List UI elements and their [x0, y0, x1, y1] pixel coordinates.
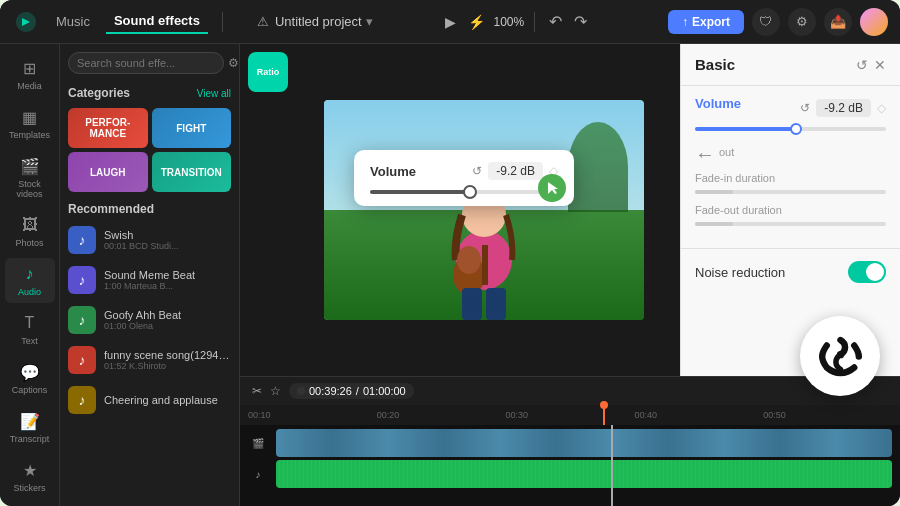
logo-icon	[12, 8, 40, 36]
center-content: Ratio	[240, 44, 900, 506]
transcript-label: Transcript	[10, 434, 50, 444]
list-item[interactable]: ♪ Goofy Ahh Beat 01:00 Olena	[60, 300, 239, 340]
audio-track-icon: ♪	[248, 464, 268, 484]
svg-point-5	[457, 246, 481, 274]
sound-icon: ♪	[68, 346, 96, 374]
category-transition[interactable]: TRANSITION	[152, 152, 232, 192]
zoom-controls: ▶ ⚡ 100% ↶ ↷	[441, 10, 591, 33]
settings-icon[interactable]: ⚙	[788, 8, 816, 36]
text-label: Text	[21, 336, 38, 346]
sidebar-item-stock[interactable]: 🎬 Stock videos	[5, 150, 55, 205]
category-fight[interactable]: FIGHT	[152, 108, 232, 148]
sound-meta: 00:01 BCD Studi...	[104, 241, 231, 251]
main-area: ⊞ Media ▦ Templates 🎬 Stock videos 🖼 Pho…	[0, 44, 900, 506]
timeline-star-icon[interactable]: ☆	[270, 384, 281, 398]
noise-reduction-toggle[interactable]	[848, 261, 886, 283]
project-icon: ⚠	[257, 14, 269, 29]
panel-volume-slider[interactable]	[695, 127, 886, 131]
list-item[interactable]: ♪ Sound Meme Beat 1:00 Marteua B...	[60, 260, 239, 300]
time-mark: 00:20	[377, 410, 506, 420]
divider2	[534, 12, 535, 32]
tab-music[interactable]: Music	[48, 10, 98, 33]
video-track[interactable]	[276, 429, 892, 457]
view-all-link[interactable]: View all	[197, 88, 231, 99]
topbar: Music Sound effects ⚠ Untitled project ▾…	[0, 0, 900, 44]
panel-reset-icon[interactable]: ↺	[800, 101, 810, 115]
recommended-title: Recommended	[60, 196, 239, 220]
timeline-cut-icon[interactable]: ✂	[252, 384, 262, 398]
video-track-row: 🎬	[248, 429, 892, 457]
audio-wave	[276, 460, 892, 488]
user-avatar[interactable]	[860, 8, 888, 36]
sound-name: Goofy Ahh Beat	[104, 309, 231, 321]
play-button[interactable]: ▶	[441, 12, 460, 32]
panel-close-icon[interactable]: ✕	[874, 57, 886, 73]
svg-rect-6	[482, 245, 488, 285]
transcript-icon: 📝	[20, 411, 40, 431]
svg-rect-8	[486, 288, 506, 320]
svg-point-9	[836, 351, 843, 358]
volume-slider[interactable]	[370, 190, 558, 194]
sound-meta: 01:52 K.Shiroto	[104, 361, 231, 371]
categories-grid: PERFOR-MANCE FIGHT LAUGH TRANSITION	[60, 104, 239, 196]
export-button[interactable]: ↑ Export	[668, 10, 744, 34]
search-input[interactable]	[68, 52, 224, 74]
volume-slider-fill	[370, 190, 473, 194]
playhead[interactable]	[603, 405, 605, 425]
zoom-value: 100%	[493, 15, 524, 29]
categories-header: Categories View all	[60, 82, 239, 104]
category-performance[interactable]: PERFOR-MANCE	[68, 108, 148, 148]
audio-icon: ♪	[20, 264, 40, 284]
timeline-time: 00:39:26 / 01:00:00	[289, 383, 414, 399]
total-time: 01:00:00	[363, 385, 406, 397]
svg-rect-7	[462, 288, 482, 320]
sidebar-item-audio[interactable]: ♪ Audio	[5, 258, 55, 303]
redo-button[interactable]: ↷	[570, 10, 591, 33]
sidebar-item-photos[interactable]: 🖼 Photos	[5, 209, 55, 254]
topbar-center: ⚠ Untitled project ▾	[257, 14, 373, 29]
sound-meta: 1:00 Marteua B...	[104, 281, 231, 291]
time-mark: 00:40	[634, 410, 763, 420]
list-item[interactable]: ♪ funny scene song(1294533) 01:52 K.Shir…	[60, 340, 239, 380]
sound-info: Goofy Ahh Beat 01:00 Olena	[104, 309, 231, 331]
volume-popup-title: Volume	[370, 164, 416, 179]
panel-section-title: Volume	[695, 96, 741, 111]
captions-label: Captions	[12, 385, 48, 395]
timeline-scrubber[interactable]: 00:10 00:20 00:30 00:40 00:50	[240, 405, 900, 425]
volume-reset-icon[interactable]: ↺	[472, 164, 482, 178]
undo-button[interactable]: ↶	[545, 10, 566, 33]
photos-icon: 🖼	[20, 215, 40, 235]
filter-icon[interactable]: ⚙	[228, 56, 239, 70]
time-dot	[297, 387, 305, 395]
shield-icon[interactable]: 🛡	[752, 8, 780, 36]
category-laugh[interactable]: LAUGH	[68, 152, 148, 192]
panel-db-value: -9.2 dB	[816, 99, 871, 117]
text-icon: T	[20, 313, 40, 333]
sidebar-item-captions[interactable]: 💬 Captions	[5, 356, 55, 401]
media-label: Media	[17, 81, 42, 91]
sidebar-item-media[interactable]: ⊞ Media	[5, 52, 55, 97]
panel-fade-in-slider[interactable]	[695, 190, 886, 194]
sidebar-item-stickers[interactable]: ★ Stickers	[5, 454, 55, 499]
playhead-head	[600, 401, 608, 409]
topbar-divider	[222, 12, 223, 32]
list-item[interactable]: ♪ Swish 00:01 BCD Studi...	[60, 220, 239, 260]
tab-sound-effects[interactable]: Sound effects	[106, 9, 208, 34]
timeline-ruler: 00:10 00:20 00:30 00:40 00:50	[240, 410, 900, 420]
speed-button[interactable]: ⚡	[464, 12, 489, 32]
current-time: 00:39:26	[309, 385, 352, 397]
sidebar-item-transcript[interactable]: 📝 Transcript	[5, 405, 55, 450]
panel-refresh-icon[interactable]: ↺	[856, 57, 868, 73]
audio-track[interactable]	[276, 460, 892, 488]
stock-label: Stock videos	[9, 179, 51, 199]
volume-popup: Volume ↺ -9.2 dB ◇	[354, 150, 574, 206]
ratio-button[interactable]: Ratio	[248, 52, 288, 92]
app-container: Music Sound effects ⚠ Untitled project ▾…	[0, 0, 900, 506]
list-item[interactable]: ♪ Cheering and applause	[60, 380, 239, 420]
sidebar-item-templates[interactable]: ▦ Templates	[5, 101, 55, 146]
panel-header-icons: ↺ ✕	[856, 57, 886, 73]
upload-icon[interactable]: 📤	[824, 8, 852, 36]
sidebar-item-text[interactable]: T Text	[5, 307, 55, 352]
panel-fade-out-slider[interactable]	[695, 222, 886, 226]
panel-volume-slider-thumb	[790, 123, 802, 135]
